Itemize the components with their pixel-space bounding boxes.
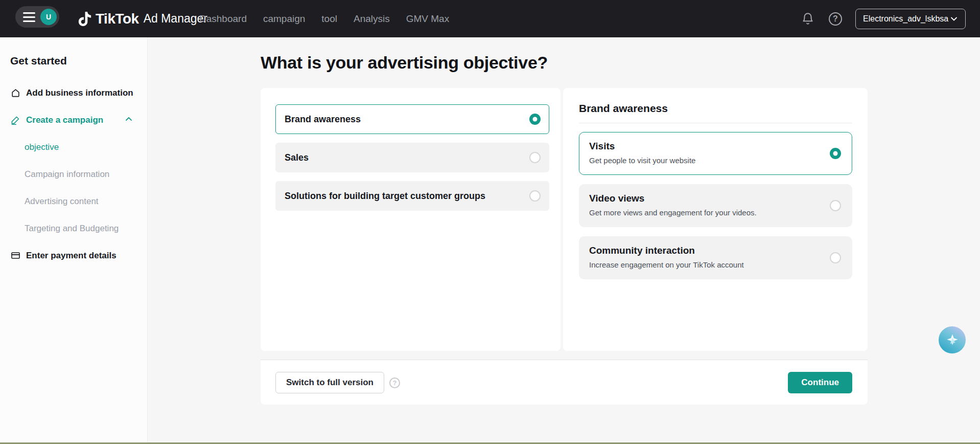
- objective-list-panel: Brand awareness Sales Solutions for buil…: [261, 88, 561, 351]
- menu-avatar-pill[interactable]: U: [15, 6, 59, 28]
- objective-option-1[interactable]: Sales: [275, 143, 549, 172]
- main-content: What is your advertising objective? Bran…: [148, 37, 980, 442]
- sidebar: Get started Add business information Cre…: [0, 37, 148, 442]
- objective-option-0[interactable]: Brand awareness: [275, 104, 549, 134]
- sidebar-item-label: Add business information: [26, 88, 133, 98]
- detail-option-0[interactable]: Visits Get people to visit your website: [579, 132, 852, 175]
- top-navbar: U TikTok Ad Manager Dashboard campaign t…: [0, 0, 980, 37]
- detail-option-title: Community interaction: [589, 245, 818, 256]
- detail-option-title: Video views: [589, 193, 818, 204]
- nav-campaign[interactable]: campaign: [263, 13, 305, 25]
- sidebar-step-targeting-and-budgeting[interactable]: Targeting and Budgeting: [0, 215, 147, 242]
- detail-option-1[interactable]: Video views Get more views and engagemen…: [579, 184, 852, 227]
- help-icon[interactable]: ?: [829, 12, 842, 26]
- sidebar-step-label: Campaign information: [25, 169, 109, 180]
- brand-name: TikTok: [96, 11, 139, 27]
- nav-dashboard[interactable]: Dashboard: [199, 13, 247, 25]
- nav-tool[interactable]: tool: [321, 13, 337, 25]
- sidebar-step-objective[interactable]: objective: [0, 134, 147, 161]
- radio-icon[interactable]: [830, 200, 841, 211]
- sidebar-item-create-a-campaign[interactable]: Create a campaign: [0, 106, 147, 134]
- home-icon: [10, 88, 20, 98]
- sidebar-item-label: Enter payment details: [26, 251, 116, 261]
- detail-option-title: Visits: [589, 141, 818, 152]
- nav-links: Dashboard campaign tool Analysis GMV Max: [199, 0, 449, 37]
- objective-label: Solutions for building target customer g…: [285, 191, 485, 202]
- chevron-up-icon[interactable]: [125, 115, 133, 125]
- switch-to-full-version-button[interactable]: Switch to full version: [275, 372, 384, 393]
- detail-option-2[interactable]: Community interaction Increase engagemen…: [579, 236, 852, 279]
- footer-bar: Switch to full version ? Continue: [261, 360, 868, 405]
- sidebar-step-campaign-information[interactable]: Campaign information: [0, 161, 147, 188]
- detail-option-desc: Increase engagement on your TikTok accou…: [589, 260, 818, 269]
- footer-help-icon[interactable]: ?: [389, 378, 400, 388]
- sidebar-step-label: Advertising content: [25, 196, 99, 207]
- nav-analysis[interactable]: Analysis: [354, 13, 390, 25]
- objective-label: Sales: [285, 152, 309, 163]
- brand-suffix: Ad Manager: [144, 12, 207, 26]
- sidebar-item-enter-payment-details[interactable]: Enter payment details: [0, 242, 147, 269]
- radio-icon[interactable]: [529, 114, 541, 125]
- detail-option-desc: Get more views and engagement for your v…: [589, 208, 818, 217]
- chevron-down-icon: [950, 15, 958, 23]
- tiktok-note-icon: [78, 12, 92, 26]
- brand-logo: TikTok Ad Manager: [78, 0, 207, 37]
- continue-button[interactable]: Continue: [788, 372, 852, 393]
- radio-icon[interactable]: [529, 190, 541, 202]
- objective-option-2[interactable]: Solutions for building target customer g…: [275, 181, 549, 211]
- radio-icon[interactable]: [830, 148, 841, 159]
- radio-icon[interactable]: [830, 252, 841, 263]
- page-title: What is your advertising objective?: [261, 53, 548, 73]
- divider: [579, 123, 852, 123]
- account-name: Electronics_adv_lskbsa: [863, 14, 948, 24]
- sidebar-step-label: objective: [25, 142, 59, 152]
- detail-panel-title: Brand awareness: [579, 102, 852, 115]
- detail-option-desc: Get people to visit your website: [589, 156, 818, 165]
- assistant-fab-button[interactable]: [939, 326, 966, 353]
- avatar[interactable]: U: [40, 9, 57, 25]
- sidebar-title: Get started: [10, 55, 147, 67]
- credit-card-icon: [10, 251, 20, 261]
- objective-label: Brand awareness: [285, 114, 361, 125]
- sidebar-item-add-business-information[interactable]: Add business information: [0, 79, 147, 106]
- objective-detail-panel: Brand awareness Visits Get people to vis…: [563, 88, 868, 351]
- sidebar-item-label: Create a campaign: [26, 115, 103, 125]
- nav-gmv-max[interactable]: GMV Max: [406, 13, 449, 25]
- pencil-icon: [10, 115, 20, 125]
- account-dropdown[interactable]: Electronics_adv_lskbsa: [855, 9, 966, 29]
- radio-icon[interactable]: [529, 152, 541, 163]
- sidebar-step-advertising-content[interactable]: Advertising content: [0, 188, 147, 215]
- hamburger-icon[interactable]: [23, 12, 35, 22]
- notification-bell-icon[interactable]: [800, 11, 815, 27]
- sidebar-step-label: Targeting and Budgeting: [25, 224, 119, 234]
- sparkle-icon: [945, 332, 960, 348]
